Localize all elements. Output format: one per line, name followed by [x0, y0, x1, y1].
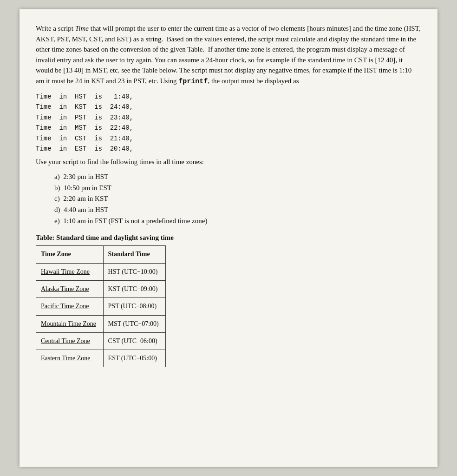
col-header-timezone: Time Zone	[36, 246, 104, 263]
col-header-standard: Standard Time	[103, 246, 165, 263]
list-item-c: c) 2:20 am in KST	[54, 194, 421, 204]
after-code-text: Use your script to find the following ti…	[36, 157, 421, 167]
list-item-b: b) 10:50 pm in EST	[54, 183, 421, 193]
list-item-e: e) 1:10 am in FST (FST is not a predefin…	[54, 216, 421, 226]
timezone-table: Time Zone Standard Time Hawaii Time Zone…	[36, 245, 166, 367]
zone-mountain: Mountain Time Zone	[36, 315, 104, 332]
standard-pst: PST (UTC−08:00)	[103, 298, 165, 315]
code-line-5: Time in CST is 21:40,	[36, 133, 421, 144]
zone-pacific: Pacific Time Zone	[36, 298, 104, 315]
fprintf-code: fprintf	[178, 78, 208, 86]
standard-est: EST (UTC−05:00)	[103, 350, 165, 367]
list-item-a: a) 2:30 pm in HST	[54, 172, 421, 182]
zone-hawaii: Hawaii Time Zone	[36, 263, 104, 280]
code-display: Time in HST is 1:40, Time in KST is 24:4…	[36, 92, 421, 154]
list-item-d: d) 4:40 am in HST	[54, 205, 421, 215]
standard-mst: MST (UTC−07:00)	[103, 315, 165, 332]
code-line-6: Time in EST is 20:40,	[36, 144, 421, 154]
zone-alaska: Alaska Time Zone	[36, 280, 104, 298]
table-row: Mountain Time Zone MST (UTC−07:00)	[36, 315, 166, 332]
zone-eastern: Eastern Time Zone	[36, 350, 104, 367]
code-line-2: Time in KST is 24:40,	[36, 102, 421, 112]
standard-hst: HST (UTC−10:00)	[103, 263, 165, 280]
table-row: Hawaii Time Zone HST (UTC−10:00)	[36, 263, 166, 280]
code-line-3: Time in PST is 23:40,	[36, 112, 421, 123]
table-row: Central Time Zone CST (UTC−06:00)	[36, 332, 166, 350]
code-line-1: Time in HST is 1:40,	[36, 92, 421, 102]
zone-central: Central Time Zone	[36, 332, 104, 350]
standard-kst: KST (UTC−09:00)	[103, 280, 165, 298]
table-row: Alaska Time Zone KST (UTC−09:00)	[36, 280, 166, 298]
table-row: Pacific Time Zone PST (UTC−08:00)	[36, 298, 166, 315]
time-list: a) 2:30 pm in HST b) 10:50 pm in EST c) …	[54, 172, 421, 226]
table-header-row: Time Zone Standard Time	[36, 246, 166, 263]
standard-cst: CST (UTC−06:00)	[103, 332, 165, 350]
table-caption: Table: Standard time and daylight saving…	[36, 233, 421, 243]
page-container: Write a script Time that will prompt the…	[20, 9, 437, 467]
code-line-4: Time in MST is 22:40,	[36, 123, 421, 133]
table-row: Eastern Time Zone EST (UTC−05:00)	[36, 350, 166, 367]
intro-text: Write a script Time that will prompt the…	[36, 23, 421, 87]
italic-time: Time	[75, 25, 89, 32]
